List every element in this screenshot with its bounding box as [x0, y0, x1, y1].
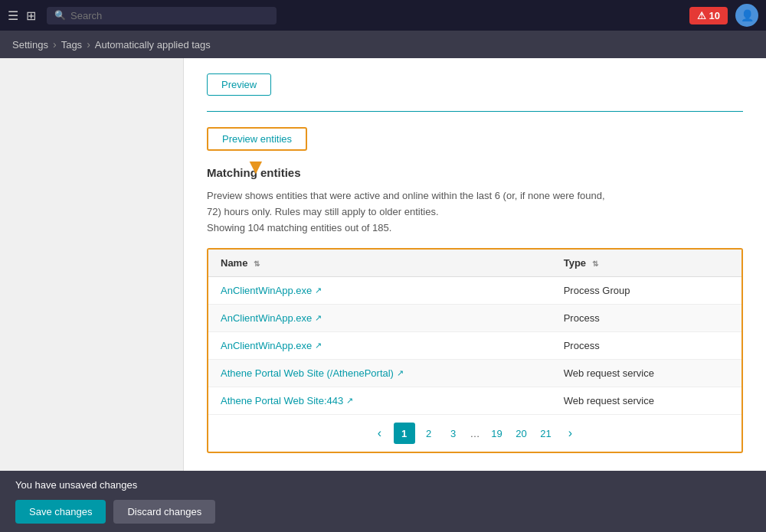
- bottom-bar: You have unsaved changes Save changes Di…: [0, 471, 766, 532]
- col-header-type[interactable]: Type ⇅: [552, 250, 741, 277]
- user-avatar[interactable]: 👤: [735, 4, 758, 27]
- orange-arrow-icon: ▼: [245, 156, 267, 178]
- entity-link-4[interactable]: Athene Portal Web Site:443 ↗: [221, 395, 353, 406]
- external-link-icon: ↗: [315, 341, 322, 351]
- next-page-button[interactable]: ›: [560, 423, 581, 444]
- external-link-icon: ↗: [346, 396, 353, 406]
- table-row: AnClientWinApp.exe ↗ Process: [208, 332, 741, 360]
- topbar: ☰ ⊞ 🔍 ⚠ 10 👤: [0, 0, 766, 31]
- entity-name-cell: Athene Portal Web Site (/AthenePortal) ↗: [208, 360, 552, 387]
- content-panel: Preview Preview entities ▼ Matching enti…: [184, 58, 766, 471]
- entity-name-cell: AnClientWinApp.exe ↗: [208, 277, 552, 305]
- table-header-row: Name ⇅ Type ⇅: [208, 250, 741, 277]
- alert-badge[interactable]: ⚠ 10: [689, 7, 728, 24]
- entity-name-cell: Athene Portal Web Site:443 ↗: [208, 387, 552, 415]
- save-changes-button[interactable]: Save changes: [15, 500, 106, 524]
- preview-button[interactable]: Preview: [207, 73, 271, 96]
- entity-name-cell: AnClientWinApp.exe ↗: [208, 332, 552, 360]
- divider: [207, 111, 743, 112]
- page-1-button[interactable]: 1: [394, 423, 415, 444]
- pagination-ellipsis: …: [467, 428, 483, 439]
- entities-table-wrapper: Name ⇅ Type ⇅ AnClientWinApp.exe ↗: [207, 248, 743, 453]
- external-link-icon: ↗: [315, 286, 322, 295]
- entity-type-cell: Web request service: [552, 387, 741, 415]
- breadcrumb-settings[interactable]: Settings: [12, 39, 48, 51]
- page-3-button[interactable]: 3: [443, 423, 464, 444]
- main-content: Preview Preview entities ▼ Matching enti…: [0, 58, 766, 471]
- matching-entities-title: Matching entities: [207, 166, 743, 179]
- breadcrumb-sep-2: ›: [87, 38, 90, 51]
- unsaved-changes-text: You have unsaved changes: [15, 479, 137, 491]
- external-link-icon: ↗: [397, 368, 404, 378]
- external-link-icon: ↗: [315, 313, 322, 323]
- bottom-bar-buttons: Save changes Discard changes: [15, 500, 215, 524]
- breadcrumb-sep-1: ›: [53, 38, 57, 51]
- breadcrumb: Settings › Tags › Automatically applied …: [0, 31, 766, 58]
- table-row: Athene Portal Web Site:443 ↗ Web request…: [208, 387, 741, 415]
- type-sort-icon[interactable]: ⇅: [592, 259, 598, 268]
- entity-link-1[interactable]: AnClientWinApp.exe ↗: [221, 312, 322, 324]
- search-input[interactable]: [70, 10, 269, 21]
- grid-icon[interactable]: ⊞: [26, 8, 36, 23]
- preview-entities-button[interactable]: Preview entities: [207, 127, 307, 151]
- breadcrumb-tags[interactable]: Tags: [61, 39, 82, 51]
- discard-changes-button[interactable]: Discard changes: [113, 500, 215, 524]
- table-row: AnClientWinApp.exe ↗ Process: [208, 305, 741, 332]
- entity-type-cell: Web request service: [552, 360, 741, 387]
- menu-icon[interactable]: ☰: [8, 8, 18, 23]
- user-icon: 👤: [741, 9, 754, 21]
- alert-count: 10: [709, 10, 720, 21]
- table-row: AnClientWinApp.exe ↗ Process Group: [208, 277, 741, 305]
- alert-icon: ⚠: [697, 10, 706, 21]
- entity-link-3[interactable]: Athene Portal Web Site (/AthenePortal) ↗: [221, 367, 404, 379]
- sidebar: [0, 58, 184, 471]
- entity-type-cell: Process: [552, 305, 741, 332]
- table-body: AnClientWinApp.exe ↗ Process Group AnCli…: [208, 277, 741, 415]
- matching-entities-desc: Preview shows entities that were active …: [207, 188, 743, 236]
- prev-page-button[interactable]: ‹: [369, 423, 391, 444]
- entities-table: Name ⇅ Type ⇅ AnClientWinApp.exe ↗: [208, 250, 741, 414]
- entity-name-cell: AnClientWinApp.exe ↗: [208, 305, 552, 332]
- breadcrumb-current: Automatically applied tags: [95, 39, 211, 51]
- name-sort-icon[interactable]: ⇅: [254, 259, 260, 268]
- page-21-button[interactable]: 21: [535, 423, 557, 444]
- entity-type-cell: Process: [552, 332, 741, 360]
- page-19-button[interactable]: 19: [486, 423, 508, 444]
- page-2-button[interactable]: 2: [418, 423, 440, 444]
- entity-link-2[interactable]: AnClientWinApp.exe ↗: [221, 340, 322, 351]
- table-row: Athene Portal Web Site (/AthenePortal) ↗…: [208, 360, 741, 387]
- search-bar[interactable]: 🔍: [47, 7, 277, 24]
- entity-link-0[interactable]: AnClientWinApp.exe ↗: [221, 285, 322, 296]
- col-header-name[interactable]: Name ⇅: [208, 250, 552, 277]
- pagination: ‹ 1 2 3 … 19 20 21 ›: [208, 414, 741, 452]
- entity-type-cell: Process Group: [552, 277, 741, 305]
- search-icon: 🔍: [54, 10, 66, 21]
- page-20-button[interactable]: 20: [511, 423, 532, 444]
